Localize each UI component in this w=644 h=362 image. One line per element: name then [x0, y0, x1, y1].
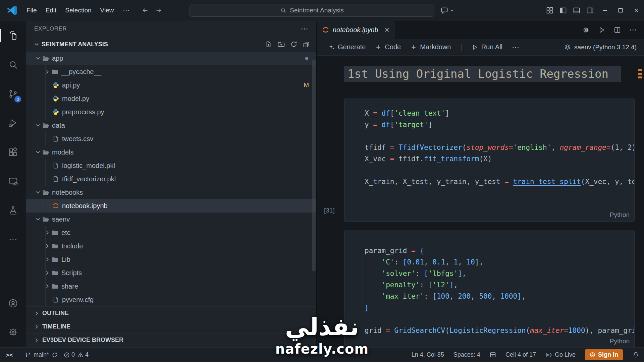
problems-status[interactable]: 0 4	[64, 351, 89, 358]
accounts-icon[interactable]	[0, 289, 26, 318]
explorer-more-actions-icon[interactable]: ⋯	[301, 24, 308, 33]
back-arrow-icon[interactable]	[142, 7, 149, 14]
menu-edit[interactable]: Edit	[41, 4, 61, 17]
notifications-bell-icon[interactable]	[632, 351, 639, 358]
indentation-setting[interactable]: Spaces: 4	[453, 351, 480, 358]
tree-item-notebooks[interactable]: notebooks	[26, 186, 316, 199]
tree-item-lib[interactable]: Lib	[26, 253, 316, 266]
new-file-icon[interactable]	[265, 41, 272, 48]
notebook-settings-gear-icon[interactable]	[582, 26, 590, 34]
tree-item-pycache[interactable]: __pycache__	[26, 65, 316, 78]
code-line[interactable]: }	[365, 302, 634, 313]
activity-testing-icon[interactable]	[0, 196, 26, 225]
tree-item-models[interactable]: models	[26, 145, 316, 159]
tree-item-share[interactable]: share	[26, 280, 316, 293]
branch-status[interactable]: main*	[25, 351, 58, 358]
tree-item-scripts[interactable]: Scripts	[26, 266, 316, 280]
code-line[interactable]: grid = GridSearchCV(LogisticRegression(m…	[365, 325, 634, 336]
activity-search-icon[interactable]	[0, 50, 26, 79]
add-markdown-button[interactable]: Markdown	[410, 43, 451, 51]
menu-overflow-icon[interactable]: ⋯	[118, 4, 134, 17]
tree-item-preprocess-py[interactable]: preprocess.py	[26, 105, 316, 119]
cursor-position[interactable]: Ln 4, Col 85	[412, 351, 444, 358]
run-all-button[interactable]: Run All	[472, 43, 502, 51]
collapse-all-icon[interactable]	[303, 41, 310, 48]
sidebar-scrollbar[interactable]	[312, 60, 316, 272]
refresh-icon[interactable]	[290, 41, 297, 48]
section-timeline[interactable]: TIMELINE	[26, 320, 316, 333]
tree-item-app[interactable]: app	[26, 52, 316, 65]
tree-item-include[interactable]: Include	[26, 239, 316, 253]
section-outline[interactable]: OUTLINE	[26, 306, 316, 320]
tree-item-model-py[interactable]: model.py	[26, 92, 316, 105]
customize-layout-icon[interactable]	[543, 0, 556, 21]
toggle-secondary-sidebar-icon[interactable]	[583, 0, 597, 21]
editor-more-actions-icon[interactable]: ⋯	[629, 25, 637, 34]
code-line[interactable]: tfidf = TfidfVectorizer(stop_words='engl…	[365, 142, 634, 153]
code-line[interactable]	[365, 165, 634, 176]
cell-language-label[interactable]: Python	[610, 211, 630, 219]
tree-item-saenv[interactable]: saenv	[26, 213, 316, 226]
tree-item-notebook-ipynb[interactable]: notebook.ipynb	[26, 199, 316, 213]
activity-run-debug-icon[interactable]	[0, 108, 26, 137]
menu-file[interactable]: File	[22, 4, 41, 17]
workspace-section-header[interactable]: SEINTMENT ANALYSIS	[26, 37, 316, 52]
markdown-cell-heading[interactable]: 1st Using Original Logistic Regression	[344, 66, 621, 82]
activity-remote-explorer-icon[interactable]	[0, 167, 26, 196]
code-line[interactable]: X = df['clean_text']	[365, 108, 634, 119]
menu-selection[interactable]: Selection	[61, 4, 96, 17]
code-line[interactable]: param_grid = {	[365, 245, 634, 256]
tab-notebook[interactable]: notebook.ipynb ✕	[317, 21, 395, 39]
code-line[interactable]	[365, 313, 634, 325]
go-live-button[interactable]: Go Live	[545, 351, 576, 358]
remote-indicator[interactable]: ><	[0, 348, 19, 362]
run-icon[interactable]	[598, 26, 605, 34]
cell-indicator[interactable]: Cell 4 of 17	[505, 351, 536, 358]
tab-close-icon[interactable]: ✕	[384, 26, 390, 34]
activity-more-icon[interactable]: ⋯	[0, 225, 26, 254]
git-branch-icon	[25, 352, 31, 358]
code-line[interactable]: X_train, X_test, y_train, y_test = train…	[365, 176, 634, 187]
tree-item-pyvenv-cfg[interactable]: pyvenv.cfg	[26, 293, 316, 306]
tree-item-tfidf-vectorizer-pkl[interactable]: tfidf_vectorizer.pkl	[26, 172, 316, 186]
tree-item-logistic-model-pkl[interactable]: logistic_model.pkl	[26, 159, 316, 172]
code-cell-editor[interactable]: X = df['clean_text']y = df['target'] tfi…	[344, 99, 635, 222]
code-cell-editor[interactable]: param_grid = { 'C': [0.01, 0.1, 1, 10], …	[344, 230, 635, 347]
code-line[interactable]: 'max_iter': [100, 200, 500, 1000],	[365, 291, 634, 302]
tree-item-api-py[interactable]: api.pyM	[26, 78, 316, 92]
kernel-picker[interactable]: saenv (Python 3.12.4)	[564, 44, 637, 51]
activity-extensions-icon[interactable]	[0, 137, 26, 167]
code-line[interactable]: y = df['target']	[365, 119, 634, 130]
command-center-search[interactable]: Seintment Analysis	[190, 4, 434, 17]
code-line[interactable]: X_vec = tfidf.fit_transform(X)	[365, 153, 634, 165]
generate-button[interactable]: Generate	[328, 43, 366, 51]
activity-explorer-icon[interactable]	[0, 21, 26, 50]
toggle-sidebar-icon[interactable]	[556, 0, 570, 21]
maximize-button[interactable]	[612, 0, 628, 21]
split-editor-icon[interactable]	[613, 26, 621, 34]
code-line[interactable]: 'solver': ['lbfgs'],	[365, 268, 634, 279]
settings-gear-icon[interactable]	[0, 318, 26, 347]
tree-item-tweets-csv[interactable]: tweets.csv	[26, 132, 316, 145]
copilot-chat-icon[interactable]	[440, 6, 454, 14]
minimize-button[interactable]	[597, 0, 612, 21]
tree-item-label: etc	[61, 229, 70, 237]
layout-grid-icon[interactable]	[490, 352, 496, 358]
activity-source-control-icon[interactable]: 2	[0, 79, 26, 108]
code-line[interactable]: 'C': [0.01, 0.1, 1, 10],	[365, 256, 634, 268]
tree-item-data[interactable]: data	[26, 119, 316, 132]
new-folder-icon[interactable]	[278, 41, 285, 48]
tree-item-etc[interactable]: etc	[26, 226, 316, 239]
forward-arrow-icon[interactable]	[155, 7, 162, 14]
section-ev3dev-device-browser[interactable]: EV3DEV DEVICE BROWSER	[26, 333, 316, 347]
indent-guide	[363, 256, 363, 302]
close-button[interactable]	[628, 0, 644, 21]
cell-language-label[interactable]: Python	[610, 338, 630, 345]
menu-view[interactable]: View	[96, 4, 118, 17]
toolbar-more-icon[interactable]: ⋯	[512, 43, 519, 52]
code-line[interactable]: 'penalty': ['l2'],	[365, 279, 634, 291]
add-code-button[interactable]: Code	[375, 43, 401, 51]
sign-in-button[interactable]: Sign In	[585, 349, 623, 360]
code-line[interactable]	[365, 130, 634, 142]
toggle-panel-icon[interactable]	[570, 0, 583, 21]
